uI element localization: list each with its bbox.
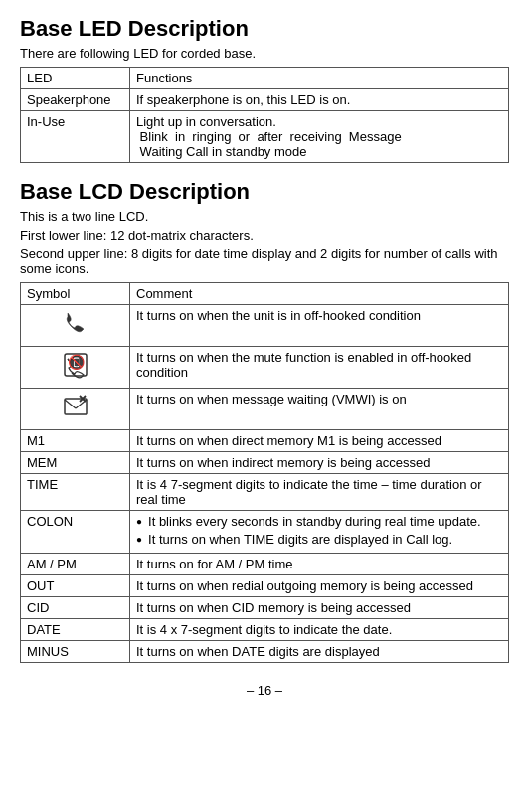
list-item: It blinks every seconds in standby durin… <box>136 514 502 529</box>
functions-col-header: Functions <box>130 68 509 89</box>
table-row: AM / PM It turns on for AM / PM time <box>21 554 509 575</box>
table-row: In-Use Light up in conversation. Blink i… <box>21 111 509 163</box>
lcd-symbol-m1: M1 <box>21 430 130 452</box>
bullet-text-1: It blinks every seconds in standby durin… <box>148 514 481 529</box>
table-row: CID It turns on when CID memory is being… <box>21 597 509 619</box>
comment-col-header: Comment <box>130 283 509 305</box>
lcd-title: Base LCD Description <box>20 179 509 205</box>
handset-icon <box>62 321 89 341</box>
table-row: MINUS It turns on when DATE digits are d… <box>21 641 509 663</box>
lcd-symbol-colon: COLON <box>21 511 130 554</box>
mute-icon: 📵 <box>62 363 89 383</box>
led-intro: There are following LED for corded base. <box>20 46 509 61</box>
table-row: Speakerphone If speakerphone is on, this… <box>21 89 509 111</box>
lcd-symbol-minus: MINUS <box>21 641 130 663</box>
lcd-symbol-ampm: AM / PM <box>21 554 130 575</box>
lcd-line-1: This is a two line LCD. <box>20 209 509 224</box>
led-title: Base LED Description <box>20 16 509 42</box>
colon-bullet-list: It blinks every seconds in standby durin… <box>136 514 502 547</box>
lcd-row-5-desc: It turns on when indirect memory is bein… <box>130 452 509 474</box>
table-row: TIME It is 4 7-segment digits to indicat… <box>21 474 509 511</box>
table-row: DATE It is 4 x 7-segment digits to indic… <box>21 619 509 641</box>
svg-line-3 <box>65 400 76 408</box>
lcd-row-4-desc: It turns on when direct memory M1 is bei… <box>130 430 509 452</box>
icon-mute-cell: 📵 <box>21 347 130 389</box>
svg-rect-2 <box>65 399 87 414</box>
page-num-text: – 16 – <box>247 683 282 698</box>
lcd-row-9-desc: It turns on when redial outgoing memory … <box>130 575 509 597</box>
led-desc-speakerphone: If speakerphone is on, this LED is on. <box>130 89 509 111</box>
table-row: OUT It turns on when redial outgoing mem… <box>21 575 509 597</box>
lcd-section: Base LCD Description This is a two line … <box>20 179 509 663</box>
led-symbol-speakerphone: Speakerphone <box>21 89 130 111</box>
lcd-row-10-desc: It turns on when CID memory is being acc… <box>130 597 509 619</box>
page-number: – 16 – <box>20 683 509 698</box>
symbol-col-header: Symbol <box>21 283 130 305</box>
lcd-row-8-desc: It turns on for AM / PM time <box>130 554 509 575</box>
bullet-text-2: It turns on when TIME digits are display… <box>148 532 452 547</box>
lcd-row-12-desc: It turns on when DATE digits are display… <box>130 641 509 663</box>
table-row: 📵 It turns on when the mute function is … <box>21 347 509 389</box>
lcd-symbol-out: OUT <box>21 575 130 597</box>
lcd-row-2-desc: It turns on when the mute function is en… <box>130 347 509 389</box>
led-desc-inuse: Light up in conversation. Blink in ringi… <box>130 111 509 163</box>
lcd-line-3: Second upper line: 8 digits for date tim… <box>20 246 509 276</box>
table-row: MEM It turns on when indirect memory is … <box>21 452 509 474</box>
lcd-row-6-desc: It is 4 7-segment digits to indicate the… <box>130 474 509 511</box>
lcd-row-3-desc: It turns on when message waiting (VMWI) … <box>130 389 509 430</box>
table-row: COLON It blinks every seconds in standby… <box>21 511 509 554</box>
table-header-row: Symbol Comment <box>21 283 509 305</box>
led-section: Base LED Description There are following… <box>20 16 509 163</box>
lcd-table: Symbol Comment It turns on when the unit… <box>20 282 509 663</box>
lcd-row-11-desc: It is 4 x 7-segment digits to indicate t… <box>130 619 509 641</box>
icon-envelope-cell <box>21 389 130 430</box>
table-row: It turns on when the unit is in off-hook… <box>21 305 509 347</box>
lcd-line-2: First lower line: 12 dot-matrix characte… <box>20 228 509 243</box>
lcd-symbol-mem: MEM <box>21 452 130 474</box>
led-table: LED Functions Speakerphone If speakerpho… <box>20 67 509 163</box>
icon-handset-cell <box>21 305 130 347</box>
lcd-row-1-desc: It turns on when the unit is in off-hook… <box>130 305 509 347</box>
lcd-symbol-cid: CID <box>21 597 130 619</box>
svg-text:📵: 📵 <box>67 354 85 371</box>
table-header-row: LED Functions <box>21 68 509 89</box>
lcd-symbol-date: DATE <box>21 619 130 641</box>
list-item: It turns on when TIME digits are display… <box>136 532 502 547</box>
led-col-header: LED <box>21 68 130 89</box>
table-row: It turns on when message waiting (VMWI) … <box>21 389 509 430</box>
envelope-x-icon <box>62 405 89 424</box>
lcd-row-7-desc: It blinks every seconds in standby durin… <box>130 511 509 554</box>
table-row: M1 It turns on when direct memory M1 is … <box>21 430 509 452</box>
led-symbol-inuse: In-Use <box>21 111 130 163</box>
lcd-symbol-time: TIME <box>21 474 130 511</box>
